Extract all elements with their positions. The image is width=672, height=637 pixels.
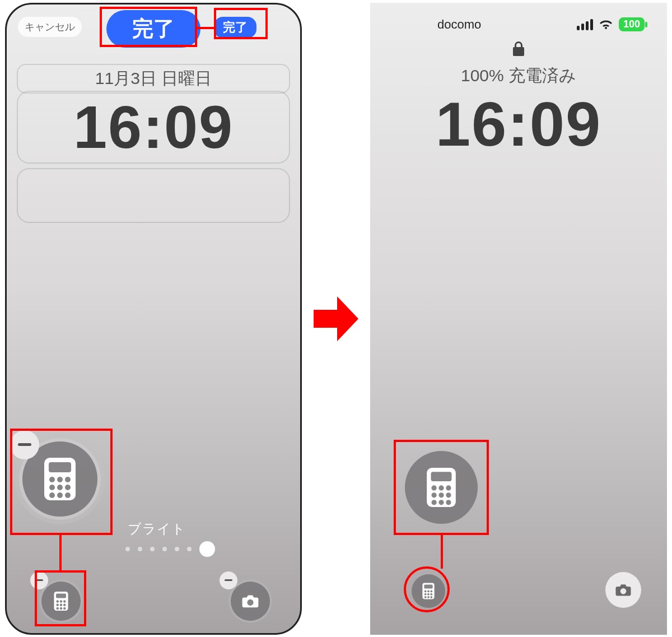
status-bar: docomo 100 (370, 17, 667, 32)
color-mode-label: ブライト (128, 520, 186, 538)
date-widget-slot[interactable]: 11月3日 日曜日 (17, 64, 290, 94)
camera-icon (615, 583, 632, 597)
color-swatches[interactable] (125, 541, 215, 557)
svg-point-22 (247, 599, 253, 605)
svg-point-45 (620, 588, 627, 594)
cellular-signal-icon (577, 19, 593, 30)
remove-badge-small-right[interactable] (220, 571, 237, 589)
lock-icon (512, 41, 525, 59)
cancel-button[interactable]: キャンセル (18, 17, 82, 37)
camera-quick-action-small[interactable] (231, 582, 270, 621)
annotation-highlight-calc-small-result (404, 566, 450, 612)
annotation-highlight-calc-small (35, 570, 86, 626)
annotation-connector (197, 27, 216, 29)
right-phone-lockscreen: docomo 100 100% 充電済み 16:09 (370, 3, 667, 635)
carrier-label: docomo (437, 17, 481, 32)
bottom-widget-slot[interactable] (17, 168, 290, 223)
charge-status-label: 100% 充電済み (370, 64, 667, 87)
transition-arrow-icon (313, 291, 359, 347)
annotation-connector (441, 535, 443, 569)
time-widget-slot[interactable]: 16:09 (17, 91, 290, 164)
battery-icon: 100 (619, 17, 645, 31)
annotation-highlight-calc-large (10, 429, 113, 535)
lockscreen-time: 16:09 (370, 88, 667, 160)
annotation-highlight-done-large (100, 7, 197, 47)
annotation-connector (59, 534, 62, 573)
left-phone-lockscreen-edit: キャンセル 完了 完了 11月3日 日曜日 16:09 ブライト (5, 3, 302, 635)
annotation-highlight-calc-result (394, 440, 489, 535)
wifi-icon (599, 19, 613, 30)
camera-quick-action[interactable] (605, 572, 641, 608)
camera-icon (241, 594, 259, 608)
annotation-highlight-done-small (214, 8, 268, 39)
